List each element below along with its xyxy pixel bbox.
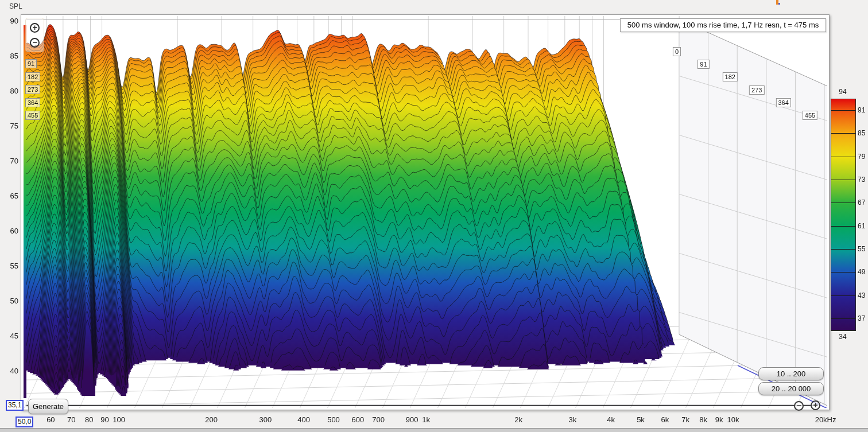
y-tick-label: 50 bbox=[1, 297, 18, 305]
x-tick-label: 700 bbox=[372, 416, 385, 424]
hzoom-in-icon[interactable]: + bbox=[811, 400, 820, 410]
y-tick-label: 65 bbox=[1, 192, 18, 200]
colorbar-tick-label: 79 bbox=[858, 153, 865, 161]
y-tick-label: 70 bbox=[1, 157, 18, 165]
x-tick-label: 1k bbox=[422, 416, 430, 424]
y-tick-label: 80 bbox=[1, 87, 18, 95]
x-tick-label: 400 bbox=[297, 416, 310, 424]
hzoom-out-icon[interactable]: − bbox=[794, 401, 804, 411]
spl-colorbar bbox=[831, 99, 856, 331]
time-range-button[interactable]: 10 .. 200 bbox=[758, 367, 824, 380]
colorbar-min-label: 34 bbox=[831, 333, 855, 341]
left-time-label: 182 bbox=[25, 72, 40, 81]
x-tick-label: 20kHz bbox=[815, 416, 836, 424]
left-time-label: 91 bbox=[25, 59, 37, 68]
colorbar-tick-label: 43 bbox=[858, 291, 865, 299]
x-tick-label: 6k bbox=[661, 416, 669, 424]
colorbar-cell bbox=[831, 111, 855, 134]
colorbar-cell bbox=[831, 250, 855, 273]
waterfall-canvas[interactable] bbox=[0, 0, 868, 432]
x-tick-label: 200 bbox=[205, 416, 218, 424]
x-tick-label: 90 bbox=[100, 416, 108, 424]
y-tick-label: 75 bbox=[1, 122, 18, 130]
y-tick-label: 85 bbox=[1, 52, 18, 60]
wall-time-label: 182 bbox=[723, 72, 738, 81]
colorbar-tick-label: 73 bbox=[858, 176, 865, 184]
x-tick-label: 300 bbox=[259, 416, 272, 424]
text-cursor-artifact bbox=[776, 0, 778, 5]
colorbar-cell bbox=[831, 227, 855, 250]
x-tick-label: 60 bbox=[46, 416, 55, 424]
x-tick-label: 3k bbox=[568, 416, 576, 424]
colorbar-tick-label: 91 bbox=[858, 106, 865, 114]
x-tick-label: 9k bbox=[715, 416, 723, 424]
zoom-in-icon[interactable]: + bbox=[30, 23, 40, 33]
wall-time-label: 455 bbox=[803, 111, 817, 120]
colorbar-tick-label: 49 bbox=[858, 268, 865, 276]
measurement-info-box: 500 ms window, 100 ms rise time, 1,7 Hz … bbox=[620, 18, 826, 32]
y-tick-label: 60 bbox=[1, 227, 18, 235]
y-tick-label: 55 bbox=[1, 262, 18, 270]
x-tick-label: 900 bbox=[406, 416, 418, 424]
colorbar-tick-label: 61 bbox=[858, 222, 865, 230]
wall-time-label: 364 bbox=[776, 98, 790, 107]
y-tick-label: 45 bbox=[1, 332, 18, 340]
colorbar-tick-label: 67 bbox=[858, 199, 865, 207]
colorbar-cell bbox=[831, 99, 855, 111]
wall-time-label: 273 bbox=[749, 85, 764, 95]
colorbar-cell bbox=[831, 296, 855, 319]
zoom-panel: + − bbox=[25, 18, 44, 52]
zoom-out-icon[interactable]: − bbox=[30, 38, 40, 48]
x-tick-label: 5k bbox=[637, 416, 645, 424]
x-tick-label: 4k bbox=[607, 416, 615, 424]
x-tick-label: 500 bbox=[327, 416, 340, 424]
start-freq-field[interactable]: 50,0 bbox=[16, 417, 33, 427]
spl-axis-title: SPL bbox=[9, 2, 22, 10]
y-tick-label: 40 bbox=[1, 367, 18, 375]
left-time-label: 364 bbox=[25, 98, 40, 107]
x-tick-label: 70 bbox=[67, 416, 75, 424]
colorbar-tick-label: 55 bbox=[858, 245, 865, 253]
colorbar-cell bbox=[831, 157, 855, 180]
colorbar-tick-label: 85 bbox=[858, 129, 865, 137]
x-tick-label: 80 bbox=[85, 416, 93, 424]
freq-range-button[interactable]: 20 .. 20 000 bbox=[758, 382, 824, 395]
colorbar-cell bbox=[831, 319, 855, 330]
colorbar-cell bbox=[831, 134, 855, 157]
x-tick-label: 10k bbox=[727, 416, 739, 424]
colorbar-tick-label: 37 bbox=[858, 314, 865, 322]
window-bottom-edge bbox=[0, 428, 868, 432]
y-tick-label: 90 bbox=[1, 17, 18, 25]
x-tick-label: 600 bbox=[352, 416, 365, 424]
x-tick-label: 8k bbox=[699, 416, 707, 424]
wall-time-label: 91 bbox=[698, 60, 709, 69]
colorbar-cell bbox=[831, 203, 855, 226]
floor-db-field[interactable]: 35,1 bbox=[6, 400, 24, 411]
colorbar-cell bbox=[831, 273, 855, 295]
colorbar-max-label: 94 bbox=[831, 88, 855, 96]
x-tick-label: 2k bbox=[514, 416, 522, 424]
x-tick-label: 7k bbox=[681, 416, 689, 424]
wall-time-label: 0 bbox=[673, 47, 681, 56]
colorbar-cell bbox=[831, 180, 855, 203]
generate-button[interactable]: Generate bbox=[28, 399, 68, 414]
left-time-label: 455 bbox=[25, 111, 40, 120]
left-time-label: 273 bbox=[25, 85, 40, 94]
x-tick-label: 100 bbox=[113, 416, 125, 424]
